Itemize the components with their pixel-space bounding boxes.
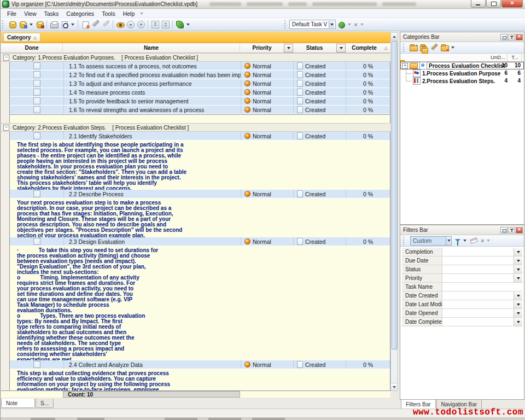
- grid-vertical-scrollbar[interactable]: [390, 32, 398, 391]
- move-down-icon[interactable]: [126, 20, 135, 29]
- expand-all-icon[interactable]: [150, 20, 160, 29]
- assign-view-icon[interactable]: [336, 20, 346, 29]
- view-dropdown-icon[interactable]: [186, 24, 190, 26]
- clone-task-icon[interactable]: [101, 20, 110, 29]
- categories-toolbar-grip[interactable]: [403, 44, 406, 52]
- total-column-header[interactable]: T...: [511, 54, 518, 60]
- filter-value-field[interactable]: [442, 318, 514, 326]
- done-checkbox[interactable]: [33, 80, 40, 87]
- filters-toolbar-grip[interactable]: [403, 237, 406, 245]
- open-database-icon[interactable]: [18, 20, 27, 29]
- scrollbar-thumb[interactable]: [392, 41, 398, 349]
- collapse-group-icon[interactable]: −: [3, 55, 9, 61]
- maximize-button[interactable]: [486, 0, 501, 8]
- task-row[interactable]: 1.3 To adjust and enhance process perfor…: [10, 79, 390, 88]
- filter-value-field[interactable]: [442, 265, 514, 273]
- new-subcategory-icon[interactable]: [419, 43, 428, 52]
- done-checkbox[interactable]: [33, 106, 40, 113]
- filter-value-field[interactable]: [442, 256, 514, 265]
- new-category-icon[interactable]: +: [409, 43, 418, 52]
- filter-value-field[interactable]: [442, 274, 514, 282]
- column-header-name[interactable]: Name: [63, 43, 240, 52]
- view-toolbar-grip[interactable]: [284, 20, 287, 28]
- filter-value-field[interactable]: [442, 248, 514, 256]
- filter-dropdown-button[interactable]: [514, 265, 522, 273]
- filter-value-field[interactable]: [442, 283, 522, 291]
- panel-float-button[interactable]: [500, 227, 508, 234]
- column-header-done[interactable]: Done: [1, 43, 63, 52]
- scroll-up-button[interactable]: [391, 33, 397, 40]
- task-row[interactable]: 2.1 Identify Stakeholders Normal Created…: [10, 132, 390, 141]
- open-database-dropdown-icon[interactable]: [30, 24, 33, 26]
- edit-task-icon[interactable]: [91, 20, 100, 29]
- edit-category-icon[interactable]: [429, 43, 439, 52]
- move-up-icon[interactable]: [136, 20, 145, 29]
- panel-pin-button[interactable]: [508, 227, 515, 234]
- filter-dropdown-button[interactable]: [514, 256, 522, 265]
- assign-view-dropdown-icon[interactable]: [348, 24, 351, 26]
- tab-more[interactable]: S...: [36, 399, 54, 408]
- category-tree-root[interactable]: − Process Evaluation Checklist 10 10: [400, 62, 524, 69]
- task-row[interactable]: 1.2 To find out if a specified process e…: [10, 71, 390, 79]
- filter-value-field[interactable]: [442, 291, 514, 300]
- task-row[interactable]: 2.2 Describe Process Normal Created 0 %: [10, 190, 390, 199]
- clear-view-icon[interactable]: ×: [353, 21, 358, 28]
- group-by-category-chip[interactable]: Category △: [3, 33, 40, 42]
- new-task-icon[interactable]: [80, 20, 90, 29]
- menu-tools[interactable]: Tools: [98, 10, 119, 18]
- undone-column-header[interactable]: UnD...: [491, 54, 505, 60]
- new-database-icon[interactable]: [8, 20, 17, 29]
- delete-category-icon[interactable]: ×: [440, 43, 449, 52]
- filter-preset-combo[interactable]: Custom: [410, 236, 452, 246]
- save-database-icon[interactable]: [35, 20, 44, 29]
- priority-filter-dropdown[interactable]: [284, 44, 293, 52]
- group-row-1[interactable]: − Category: 1.Process Evaluation Purpose…: [1, 53, 390, 62]
- panel-close-button[interactable]: [516, 34, 523, 40]
- menu-file[interactable]: File: [3, 10, 20, 18]
- toolbar-grip[interactable]: [2, 20, 5, 28]
- panel-close-button[interactable]: [516, 227, 523, 234]
- category-tree-item[interactable]: 1.Process Evaluation Purpose 6 6: [400, 69, 524, 77]
- filter-dropdown-button[interactable]: [514, 291, 522, 300]
- collapse-all-icon[interactable]: [161, 20, 170, 29]
- group-row-2[interactable]: − Category: 2.Process Evaluation Steps. …: [1, 123, 390, 132]
- menu-tasks[interactable]: Tasks: [40, 10, 63, 18]
- panel-pin-button[interactable]: [508, 34, 515, 40]
- task-row[interactable]: 1.4 To measure process costs Normal Crea…: [10, 88, 390, 97]
- categories-toolbar-overflow[interactable]: [451, 46, 454, 49]
- print-dropdown-icon[interactable]: [71, 24, 74, 26]
- task-view-combo[interactable]: Default Task V: [289, 20, 336, 29]
- done-checkbox[interactable]: [33, 62, 40, 69]
- done-checkbox[interactable]: [33, 190, 40, 197]
- column-header-status[interactable]: Status: [293, 43, 336, 52]
- filter-value-field[interactable]: [442, 300, 514, 308]
- filter-dropdown-icon[interactable]: [463, 240, 466, 242]
- task-row[interactable]: 2.3 Design Evaluation Normal Created 0 %: [10, 237, 390, 246]
- task-row[interactable]: 1.5 To provide feedback to senior manage…: [10, 97, 390, 106]
- menu-view[interactable]: View: [20, 10, 40, 18]
- status-filter-dropdown[interactable]: [336, 44, 346, 52]
- task-row[interactable]: 1.1 To assess success of a process, not …: [10, 62, 390, 71]
- task-row[interactable]: 2.4 Collect and Analyze Data Normal Crea…: [10, 360, 390, 369]
- print-icon[interactable]: [49, 20, 59, 29]
- apply-filter-icon[interactable]: [455, 239, 460, 242]
- filter-dropdown-button[interactable]: [514, 318, 522, 326]
- collapse-group-icon[interactable]: −: [3, 125, 9, 131]
- menu-help[interactable]: Help: [119, 10, 139, 18]
- column-header-complete[interactable]: Complete: [345, 43, 383, 52]
- show-notes-icon[interactable]: [115, 20, 125, 29]
- filter-dropdown-button[interactable]: [514, 300, 522, 308]
- close-button[interactable]: [501, 0, 523, 8]
- done-checkbox[interactable]: [33, 97, 40, 104]
- done-checkbox[interactable]: [33, 89, 40, 96]
- scroll-down-button[interactable]: [391, 383, 397, 390]
- done-checkbox[interactable]: [33, 361, 40, 368]
- done-checkbox[interactable]: [33, 132, 40, 139]
- filter-dropdown-button[interactable]: [514, 248, 522, 256]
- print-preview-icon[interactable]: [60, 20, 69, 29]
- menu-categories[interactable]: Categories: [62, 10, 98, 18]
- task-row[interactable]: 1.6 To reveal strengths and weaknesses o…: [10, 106, 390, 114]
- tab-note[interactable]: Note: [1, 399, 35, 408]
- clear-filter-icon[interactable]: [470, 237, 478, 244]
- filter-dropdown-button[interactable]: [514, 274, 522, 282]
